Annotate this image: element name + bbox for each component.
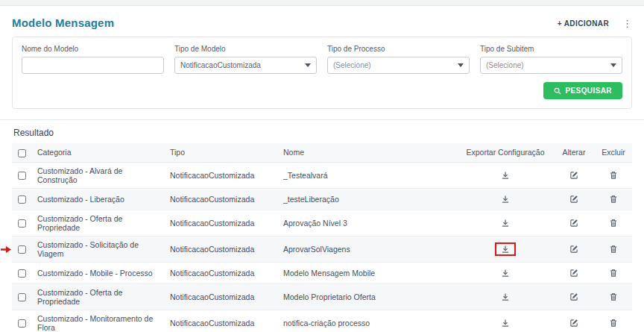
select-all-checkbox[interactable] [18, 149, 26, 157]
row-checkbox[interactable] [18, 245, 26, 254]
delete-button[interactable] [603, 192, 624, 206]
cell-categoria: Customizado - Oferta de Propriedade [31, 210, 164, 236]
edit-button[interactable] [564, 192, 584, 206]
edit-button[interactable] [564, 290, 584, 304]
cell-categoria: Customizado - Monitoramento de Flora [31, 310, 164, 332]
cell-tipo: NotificacaoCustomizada [164, 310, 277, 332]
column-header-exportar: Exportar Configuração [458, 143, 553, 162]
cell-nome: Modelo Proprietario Oferta [277, 284, 458, 310]
field-tipo-de-processo: Tipo de Processo (Selecione) [327, 45, 470, 74]
filter-fields: Nome do Modelo Tipo de Modelo Notificaca… [22, 45, 622, 74]
tipo-de-subitem-label: Tipo de Subitem [480, 45, 622, 53]
trash-icon [609, 195, 618, 206]
nome-do-modelo-input[interactable] [22, 57, 164, 74]
download-button[interactable] [495, 316, 516, 330]
row-checkbox[interactable] [18, 195, 26, 204]
delete-button[interactable] [603, 266, 624, 280]
edit-button[interactable] [564, 169, 584, 182]
download-icon [501, 269, 510, 280]
delete-button[interactable] [603, 169, 624, 182]
table-row: Customizado - Solicitação de Viagem Noti… [12, 236, 632, 262]
search-button[interactable]: PESQUISAR [543, 82, 622, 99]
edit-icon [569, 195, 578, 206]
row-checkbox[interactable] [18, 319, 26, 328]
row-checkbox[interactable] [18, 172, 26, 180]
edit-button[interactable] [564, 316, 584, 330]
tipo-de-processo-select[interactable]: (Selecione) [327, 57, 470, 74]
cell-categoria: Customizado - Alvará de Construção [31, 162, 164, 188]
download-button[interactable] [495, 290, 516, 304]
search-icon [554, 87, 561, 95]
download-button[interactable] [495, 192, 516, 206]
edit-button[interactable] [564, 242, 584, 256]
download-button[interactable] [495, 216, 516, 230]
table-row: Customizado - Alvará de Construção Notif… [12, 162, 632, 188]
cell-nome: Modelo Mensagem Mobile [277, 262, 458, 284]
table-header-row: Categoria Tipo Nome Exportar Configuraçã… [12, 143, 632, 162]
field-tipo-de-subitem: Tipo de Subitem (Selecione) [480, 45, 622, 74]
download-button[interactable] [495, 242, 516, 256]
more-options-button[interactable]: ⋮ [621, 20, 634, 28]
trash-icon [609, 219, 618, 230]
nome-do-modelo-label: Nome do Modelo [22, 45, 164, 53]
page-title: Modelo Mensagem [12, 16, 114, 29]
download-icon [501, 171, 510, 182]
delete-button[interactable] [603, 290, 624, 304]
download-button[interactable] [495, 169, 516, 182]
cell-tipo: NotificacaoCustomizada [164, 210, 277, 236]
delete-button[interactable] [603, 216, 624, 230]
edit-button[interactable] [564, 266, 584, 280]
edit-icon [569, 245, 578, 256]
field-nome-do-modelo: Nome do Modelo [22, 45, 164, 74]
delete-button[interactable] [603, 242, 624, 256]
column-header-excluir: Excluir [595, 143, 632, 162]
edit-icon [569, 219, 578, 230]
vertical-ellipsis-icon: ⋮ [622, 18, 632, 29]
download-icon [501, 319, 510, 330]
tipo-de-modelo-label: Tipo de Modelo [174, 45, 317, 53]
download-icon [501, 195, 510, 206]
edit-icon [569, 319, 578, 330]
tipo-de-subitem-value: (Selecione) [486, 61, 524, 69]
page-header: Modelo Mensagem + ADICIONAR ⋮ [0, 6, 644, 34]
cell-nome: notifica-criação processo [277, 310, 458, 332]
column-header-nome: Nome [277, 143, 458, 162]
cell-categoria: Customizado - Solicitação de Viagem [31, 236, 164, 262]
filter-actions: PESQUISAR [22, 82, 622, 99]
results-title: Resultado [13, 128, 632, 138]
row-checkbox[interactable] [18, 293, 26, 301]
edit-icon [569, 269, 578, 280]
download-icon [501, 245, 510, 256]
field-tipo-de-modelo: Tipo de Modelo NotificacaoCustomizada [174, 45, 317, 74]
cell-nome: AprovarSolViagens [277, 236, 458, 262]
add-button[interactable]: + ADICIONAR [555, 18, 612, 29]
download-icon [501, 292, 510, 304]
cell-categoria: Customizado - Oferta de Propriedade [31, 284, 164, 310]
edit-icon [569, 292, 578, 304]
download-button[interactable] [495, 266, 516, 280]
column-header-categoria: Categoria [31, 143, 164, 162]
results-table-body: Customizado - Alvará de Construção Notif… [12, 162, 632, 332]
row-checkbox[interactable] [18, 269, 26, 278]
table-row: Customizado - Liberação NotificacaoCusto… [12, 188, 632, 210]
tipo-de-subitem-select[interactable]: (Selecione) [480, 57, 622, 74]
table-row: Customizado - Oferta de Propriedade Noti… [12, 284, 632, 310]
tipo-de-modelo-select[interactable]: NotificacaoCustomizada [174, 57, 317, 74]
row-checkbox[interactable] [18, 219, 26, 228]
main-card: Modelo Mensagem + ADICIONAR ⋮ Nome do Mo… [0, 5, 644, 332]
results-table: Categoria Tipo Nome Exportar Configuraçã… [12, 143, 632, 332]
edit-icon [569, 171, 578, 182]
table-row: Customizado - Mobile - Processo Notifica… [12, 262, 632, 284]
delete-button[interactable] [603, 316, 624, 330]
tipo-de-processo-label: Tipo de Processo [327, 45, 470, 53]
cell-tipo: NotificacaoCustomizada [164, 162, 277, 188]
edit-button[interactable] [564, 216, 584, 230]
table-row: Customizado - Monitoramento de Flora Not… [12, 310, 632, 332]
cell-categoria: Customizado - Liberação [31, 188, 164, 210]
cell-tipo: NotificacaoCustomizada [164, 188, 277, 210]
table-row: Customizado - Oferta de Propriedade Noti… [12, 210, 632, 236]
cell-tipo: NotificacaoCustomizada [164, 236, 277, 262]
trash-icon [609, 245, 618, 256]
tipo-de-modelo-value: NotificacaoCustomizada [180, 61, 261, 69]
trash-icon [609, 269, 618, 280]
